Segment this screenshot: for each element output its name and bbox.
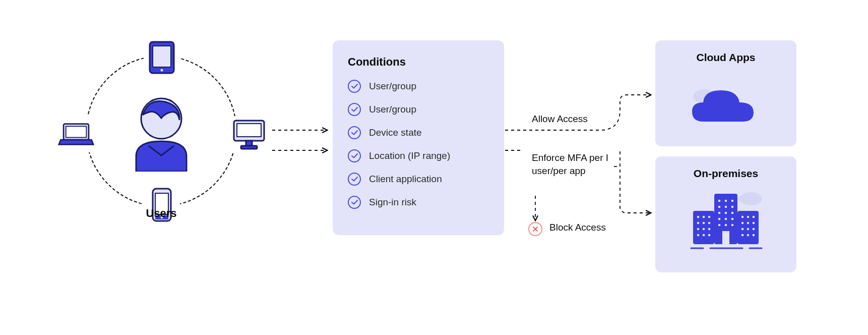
svg-point-41 <box>708 222 711 225</box>
condition-item: Sign-in risk <box>348 196 489 209</box>
svg-point-49 <box>747 216 750 218</box>
svg-point-55 <box>747 228 750 231</box>
condition-item: User/group <box>348 80 489 93</box>
svg-rect-13 <box>66 126 87 137</box>
svg-point-48 <box>741 216 744 218</box>
svg-point-44 <box>708 228 711 231</box>
svg-point-53 <box>753 222 755 225</box>
check-icon <box>348 196 361 209</box>
cloud-apps-title: Cloud Apps <box>665 51 786 64</box>
condition-item: Client application <box>348 173 489 186</box>
svg-point-24 <box>718 206 721 208</box>
svg-point-40 <box>703 222 705 225</box>
outcome-allow: Allow Access <box>532 114 588 125</box>
check-icon <box>348 173 361 186</box>
svg-point-31 <box>725 218 727 220</box>
svg-point-56 <box>753 228 755 231</box>
svg-point-34 <box>725 224 727 227</box>
svg-point-50 <box>753 216 755 218</box>
svg-point-58 <box>747 234 750 237</box>
svg-point-3 <box>161 69 163 72</box>
cloud-apps-tile: Cloud Apps <box>655 40 796 146</box>
svg-rect-5 <box>237 124 261 137</box>
svg-point-22 <box>725 200 727 202</box>
check-icon <box>348 80 361 93</box>
svg-point-36 <box>697 216 700 218</box>
users-cluster: Users <box>55 35 267 267</box>
cloud-icon <box>665 73 786 133</box>
svg-point-42 <box>697 228 700 231</box>
svg-point-35 <box>731 224 734 227</box>
svg-point-39 <box>697 222 700 225</box>
svg-point-23 <box>731 200 734 202</box>
svg-point-32 <box>731 218 734 220</box>
check-icon <box>348 103 361 116</box>
svg-rect-7 <box>241 146 257 149</box>
condition-label: Client application <box>369 174 442 185</box>
svg-point-17 <box>738 195 747 202</box>
svg-rect-60 <box>722 231 729 244</box>
laptop-icon <box>58 116 94 152</box>
users-label: Users <box>146 207 176 220</box>
svg-point-29 <box>731 212 734 214</box>
svg-point-25 <box>725 206 727 208</box>
condition-label: Sign-in risk <box>369 197 416 208</box>
svg-point-51 <box>741 222 744 225</box>
condition-item: Device state <box>348 126 489 139</box>
conditions-title: Conditions <box>348 55 489 69</box>
svg-point-37 <box>703 216 705 218</box>
outcome-enforce: Enforce MFA per I user/per app <box>532 151 617 177</box>
condition-label: Location (IP range) <box>369 150 450 161</box>
on-premises-title: On-premises <box>665 167 786 180</box>
desktop-icon <box>231 116 267 152</box>
condition-label: User/group <box>369 104 416 115</box>
tablet-icon <box>144 39 180 76</box>
condition-label: Device state <box>369 127 422 138</box>
svg-point-59 <box>753 234 755 237</box>
check-icon <box>348 126 361 139</box>
check-icon <box>348 149 361 162</box>
user-avatar-icon <box>126 91 197 172</box>
svg-point-46 <box>703 234 705 237</box>
svg-point-21 <box>718 200 721 202</box>
svg-point-33 <box>718 224 721 227</box>
outcome-block: Block Access <box>549 222 606 233</box>
svg-point-26 <box>731 206 734 208</box>
svg-point-57 <box>741 234 744 237</box>
condition-label: User/group <box>369 81 416 92</box>
svg-point-45 <box>697 234 700 237</box>
conditions-panel: Conditions User/group User/group Device … <box>333 40 504 235</box>
svg-rect-2 <box>153 46 171 67</box>
svg-point-43 <box>703 228 705 231</box>
condition-item: Location (IP range) <box>348 149 489 162</box>
building-icon <box>665 189 786 249</box>
on-premises-tile: On-premises <box>655 156 796 272</box>
condition-item: User/group <box>348 103 489 116</box>
svg-point-30 <box>718 218 721 220</box>
x-icon <box>528 222 542 236</box>
conditions-list: User/group User/group Device state Locat… <box>348 80 489 209</box>
svg-point-27 <box>718 212 721 214</box>
svg-point-38 <box>708 216 711 218</box>
svg-point-52 <box>747 222 750 225</box>
svg-point-47 <box>708 234 711 237</box>
svg-point-28 <box>725 212 727 214</box>
svg-point-54 <box>741 228 744 231</box>
